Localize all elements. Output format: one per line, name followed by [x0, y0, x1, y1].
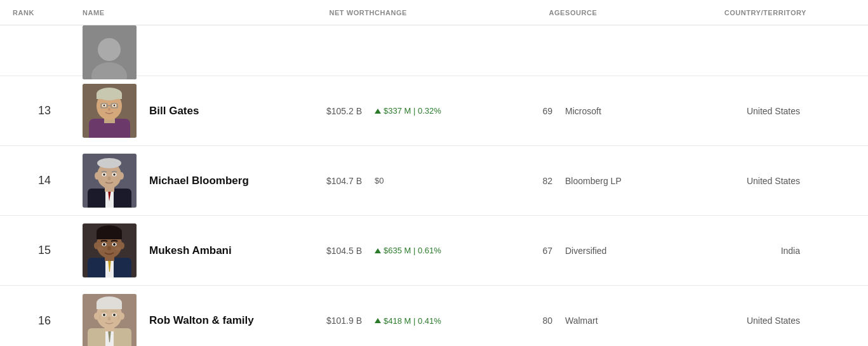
- rank-cell: 13: [13, 104, 83, 117]
- svg-point-24: [119, 172, 124, 180]
- up-arrow-icon: [375, 109, 381, 114]
- avatar: [83, 223, 137, 277]
- svg-rect-55: [97, 303, 122, 309]
- age-cell: 67: [502, 246, 565, 256]
- svg-point-23: [95, 172, 100, 180]
- person-name: Mukesh Ambani: [137, 244, 232, 257]
- svg-point-1: [98, 38, 121, 61]
- avatar: [83, 154, 137, 208]
- svg-point-47: [115, 247, 121, 251]
- svg-point-25: [97, 158, 121, 168]
- change-cell: $635 M | 0.61%: [375, 246, 502, 255]
- age-cell: 82: [502, 176, 565, 186]
- age-cell: 80: [502, 316, 565, 326]
- table-row: 13: [0, 76, 868, 146]
- age-cell: 69: [502, 106, 565, 116]
- svg-point-61: [113, 314, 116, 316]
- source-header: SOURCE: [565, 9, 679, 17]
- net-worth-cell: $105.2 B: [286, 106, 375, 116]
- avatar: [83, 84, 137, 138]
- svg-point-29: [113, 173, 116, 176]
- net-worth-cell: $104.7 B: [286, 176, 375, 186]
- svg-point-44: [113, 243, 116, 246]
- svg-point-30: [108, 176, 111, 180]
- country-cell: United States: [679, 316, 806, 326]
- svg-point-62: [108, 317, 111, 321]
- change-value: $0: [375, 176, 384, 185]
- svg-point-56: [94, 312, 99, 319]
- svg-rect-38: [97, 232, 122, 239]
- up-arrow-icon: [375, 248, 381, 253]
- country-cell: United States: [679, 176, 806, 186]
- up-arrow-icon: [375, 318, 381, 323]
- change-cell: $418 M | 0.41%: [375, 316, 502, 326]
- change-header: CHANGE: [375, 9, 502, 17]
- person-name: Bill Gates: [137, 105, 199, 117]
- source-cell: Walmart: [565, 316, 679, 326]
- svg-point-46: [97, 247, 103, 251]
- name-cell: Mukesh Ambani: [83, 223, 286, 277]
- name-cell: [83, 25, 286, 79]
- svg-point-45: [107, 246, 111, 251]
- table-row: 16: [0, 286, 868, 346]
- net-worth-header: NET WORTH: [286, 9, 375, 17]
- billionaires-table: RANK NAME NET WORTH CHANGE AGE SOURCE CO…: [0, 0, 868, 346]
- table-row: 15: [0, 216, 868, 286]
- rank-cell: 16: [13, 314, 83, 328]
- avatar: [83, 25, 137, 79]
- change-cell: $337 M | 0.32%: [375, 106, 502, 116]
- age-header: AGE: [502, 9, 565, 17]
- source-cell: Diversified: [565, 246, 679, 256]
- table-header: RANK NAME NET WORTH CHANGE AGE SOURCE CO…: [0, 0, 868, 25]
- svg-point-28: [103, 173, 105, 176]
- rank-header: RANK: [13, 9, 83, 17]
- name-cell: Bill Gates: [83, 84, 286, 138]
- country-header: COUNTRY/TERRITORY: [679, 9, 806, 17]
- change-value: $337 M | 0.32%: [384, 106, 441, 116]
- person-name: Rob Walton & family: [137, 314, 254, 327]
- rank-cell: 15: [13, 244, 83, 257]
- svg-point-43: [103, 243, 105, 246]
- country-cell: United States: [679, 106, 806, 116]
- person-name: Michael Bloomberg: [137, 175, 249, 187]
- source-cell: Bloomberg LP: [565, 176, 679, 186]
- svg-point-60: [103, 314, 105, 316]
- table-row-partial: [0, 25, 868, 76]
- svg-point-12: [114, 105, 116, 107]
- change-cell: $0: [375, 176, 502, 185]
- change-value: $418 M | 0.41%: [384, 316, 441, 326]
- table-row: 14: [0, 146, 868, 216]
- svg-point-57: [119, 312, 124, 319]
- country-cell: India: [679, 246, 806, 256]
- avatar: [83, 294, 137, 347]
- source-cell: Microsoft: [565, 106, 679, 116]
- name-header: NAME: [83, 9, 286, 17]
- name-cell: Michael Bloomberg: [83, 154, 286, 208]
- svg-rect-8: [97, 94, 122, 99]
- svg-point-16: [108, 108, 110, 111]
- net-worth-cell: $101.9 B: [286, 316, 375, 326]
- svg-point-11: [103, 105, 105, 107]
- change-value: $635 M | 0.61%: [384, 246, 441, 255]
- net-worth-cell: $104.5 B: [286, 246, 375, 256]
- rank-cell: 14: [13, 174, 83, 187]
- name-cell: Rob Walton & family: [83, 294, 286, 347]
